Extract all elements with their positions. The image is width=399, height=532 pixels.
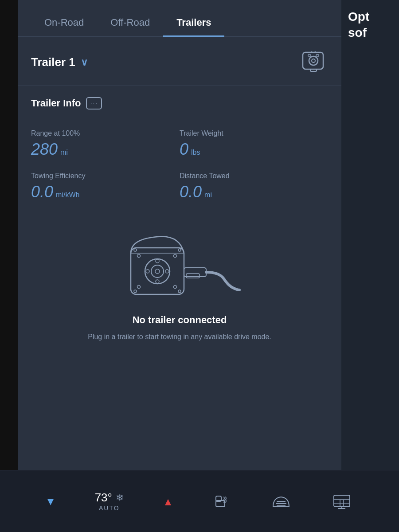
stat-weight: Trailer Weight 0 lbs: [180, 123, 328, 165]
svg-point-20: [174, 286, 177, 289]
svg-rect-0: [303, 52, 323, 69]
svg-point-1: [309, 56, 318, 65]
range-value: 280 mi: [31, 140, 180, 159]
no-trailer-description: Plug in a trailer to start towing in any…: [88, 331, 271, 343]
range-label: Range at 100%: [31, 129, 180, 137]
distance-value: 0.0 mi: [180, 183, 328, 201]
svg-point-25: [134, 290, 137, 293]
svg-point-12: [155, 269, 160, 274]
svg-point-23: [134, 249, 137, 251]
trailer-info-label: Trailer Info: [31, 98, 81, 109]
right-panel: Opt sof: [341, 0, 399, 470]
auto-label: AUTO: [99, 505, 120, 512]
tab-trailers[interactable]: Trailers: [163, 9, 224, 36]
no-trailer-title: No trailer connected: [133, 314, 227, 326]
efficiency-number: 0.0: [31, 183, 53, 201]
display-button[interactable]: [332, 493, 352, 510]
tab-on-road[interactable]: On-Road: [31, 9, 97, 36]
temperature-value: 73°: [95, 491, 112, 505]
svg-point-19: [137, 286, 141, 289]
svg-point-24: [178, 249, 181, 251]
weight-unit: lbs: [191, 149, 200, 156]
efficiency-unit: mi/kWh: [56, 191, 79, 199]
bottom-chevron-down-button[interactable]: ▾: [47, 494, 54, 509]
temp-display: 73° ❄ AUTO: [95, 491, 124, 512]
trailer-name-dropdown[interactable]: Trailer 1 ∨: [31, 55, 88, 69]
climate-control[interactable]: 73° ❄ AUTO: [95, 491, 124, 512]
svg-rect-3: [308, 55, 311, 56]
svg-point-11: [151, 265, 164, 278]
distance-label: Distance Towed: [180, 172, 328, 180]
right-panel-text: Opt sof: [348, 9, 392, 41]
temp-row: 73° ❄: [95, 491, 124, 505]
distance-number: 0.0: [180, 183, 202, 201]
stats-grid: Range at 100% 280 mi Trailer Weight 0 lb…: [18, 114, 341, 217]
efficiency-value: 0.0 mi/kWh: [31, 183, 180, 201]
rear-defrost-icon: [271, 493, 291, 510]
trailer-plug-illustration: [117, 226, 242, 310]
svg-point-13: [156, 259, 159, 263]
svg-rect-22: [186, 274, 200, 278]
svg-point-14: [156, 280, 159, 283]
trailer-selector: Trailer 1 ∨: [18, 37, 341, 86]
svg-point-18: [174, 254, 177, 258]
trailer-info-more-button[interactable]: ···: [86, 97, 102, 110]
stat-range: Range at 100% 280 mi: [31, 123, 180, 165]
svg-point-16: [165, 270, 169, 273]
weight-value: 0 lbs: [180, 140, 328, 159]
seat-heat-icon: [212, 493, 230, 510]
fan-icon: ❄: [116, 492, 124, 504]
stat-efficiency: Towing Efficiency 0.0 mi/kWh: [31, 165, 180, 208]
tab-off-road[interactable]: Off-Road: [97, 9, 163, 36]
svg-point-15: [146, 270, 149, 273]
tabs-bar: On-Road Off-Road Trailers: [18, 0, 341, 37]
distance-unit: mi: [204, 191, 212, 199]
stat-distance: Distance Towed 0.0 mi: [180, 165, 328, 208]
no-trailer-section: No trailer connected Plug in a trailer t…: [18, 217, 341, 470]
svg-rect-21: [184, 268, 206, 277]
svg-point-17: [137, 254, 141, 258]
range-number: 280: [31, 140, 58, 159]
range-unit: mi: [60, 149, 68, 156]
weight-number: 0: [180, 140, 188, 159]
seat-heat-button[interactable]: [212, 493, 230, 510]
efficiency-label: Towing Efficiency: [31, 172, 180, 180]
svg-rect-7: [310, 69, 317, 71]
trailer-name-label: Trailer 1: [31, 55, 75, 69]
chevron-up-icon: ▴: [165, 494, 171, 509]
svg-rect-4: [316, 55, 319, 56]
center-panel: On-Road Off-Road Trailers Trailer 1 ∨: [18, 0, 341, 470]
weight-label: Trailer Weight: [180, 129, 328, 137]
trailer-info-header: Trailer Info ···: [18, 86, 341, 114]
left-panel: [0, 0, 18, 470]
rear-defrost-button[interactable]: [271, 493, 291, 510]
svg-rect-32: [334, 495, 350, 507]
svg-point-26: [178, 290, 181, 293]
bottom-bar: ▾ 73° ❄ AUTO ▴: [0, 470, 399, 532]
trailer-connector-icon: [299, 48, 328, 77]
display-icon: [332, 493, 352, 510]
bottom-chevron-up-button[interactable]: ▴: [165, 494, 171, 509]
trailer-dropdown-chevron: ∨: [81, 57, 88, 68]
svg-point-2: [312, 59, 315, 63]
chevron-down-icon: ▾: [47, 494, 54, 509]
